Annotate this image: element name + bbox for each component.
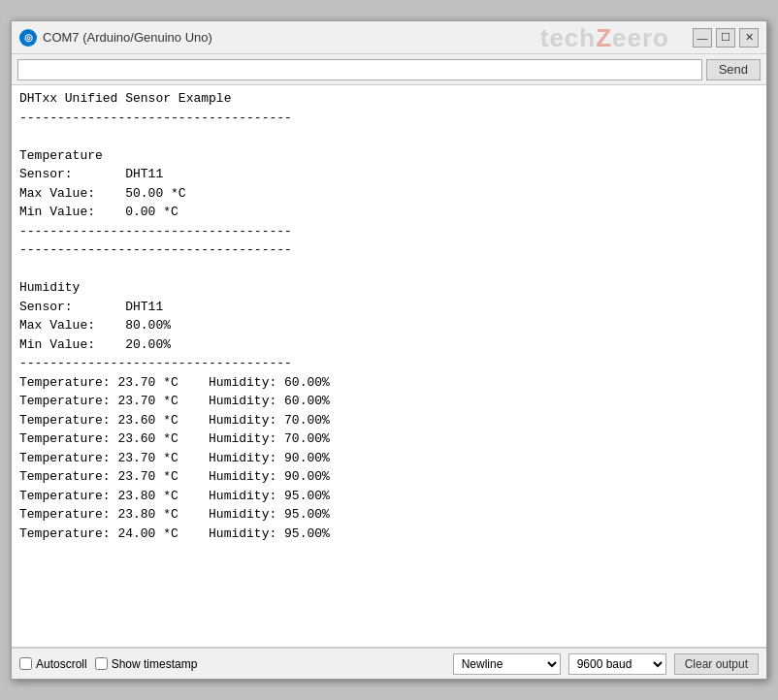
app-icon: ◎ xyxy=(19,29,37,47)
newline-dropdown[interactable]: NewlineNo line endingCarriage returnBoth… xyxy=(453,653,561,675)
autoscroll-checkbox-group[interactable]: Autoscroll xyxy=(19,657,87,671)
serial-input[interactable] xyxy=(17,59,702,80)
timestamp-label: Show timestamp xyxy=(112,657,198,671)
timestamp-checkbox[interactable] xyxy=(95,657,108,670)
maximize-button[interactable]: ☐ xyxy=(716,28,735,48)
close-button[interactable]: ✕ xyxy=(739,28,759,48)
window-title: COM7 (Arduino/Genuino Uno) xyxy=(43,30,693,45)
status-bar: Autoscroll Show timestamp NewlineNo line… xyxy=(12,648,766,679)
autoscroll-checkbox[interactable] xyxy=(19,657,32,670)
toolbar: Send xyxy=(12,54,766,85)
minimize-button[interactable]: — xyxy=(693,28,712,48)
serial-monitor-window: ◎ COM7 (Arduino/Genuino Uno) techZeero —… xyxy=(11,20,767,680)
autoscroll-label: Autoscroll xyxy=(36,657,87,671)
clear-output-button[interactable]: Clear output xyxy=(674,653,759,675)
title-bar: ◎ COM7 (Arduino/Genuino Uno) techZeero —… xyxy=(12,21,766,54)
send-button[interactable]: Send xyxy=(706,59,761,80)
timestamp-checkbox-group[interactable]: Show timestamp xyxy=(95,657,198,671)
window-controls: — ☐ ✕ xyxy=(693,28,759,48)
baud-dropdown[interactable]: 300 baud1200 baud2400 baud4800 baud9600 … xyxy=(568,653,666,675)
output-area[interactable]: DHTxx Unified Sensor Example -----------… xyxy=(12,85,766,648)
